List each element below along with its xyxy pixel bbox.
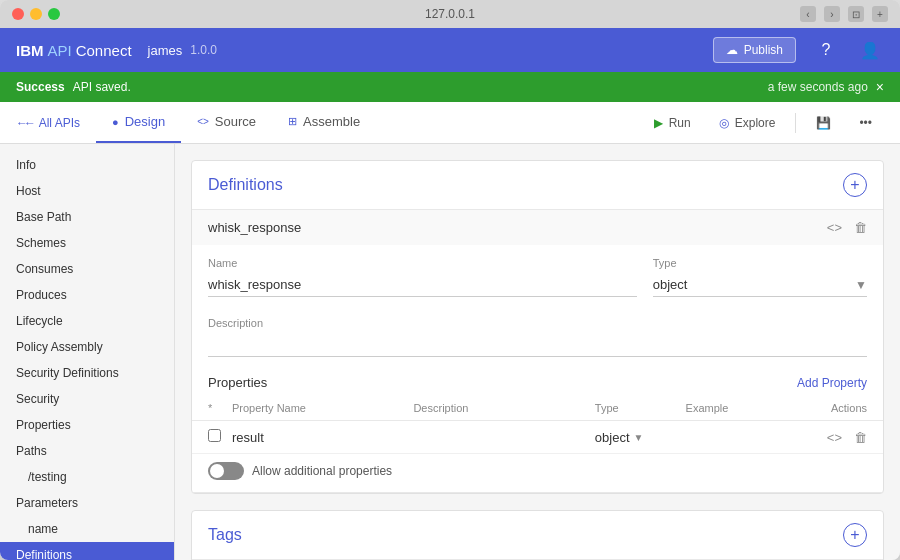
property-delete-button[interactable]: 🗑 <box>854 430 867 445</box>
sidebar-item-testing[interactable]: /testing <box>0 464 174 490</box>
tab-design[interactable]: ● Design <box>96 102 181 143</box>
brand-api: API <box>48 42 72 59</box>
col-actions-header: Actions <box>776 402 867 414</box>
save-icon: 💾 <box>816 116 831 130</box>
run-button[interactable]: ▶ Run <box>642 111 703 135</box>
tab-source-label: Source <box>215 114 256 129</box>
source-brackets-icon: <> <box>197 116 209 127</box>
table-row: result object ▼ <> 🗑 <box>192 421 883 454</box>
definition-name: whisk_response <box>208 220 301 235</box>
toggle-label: Allow additional properties <box>252 464 392 478</box>
user-avatar[interactable]: 👤 <box>856 36 884 64</box>
sidebar-item-host[interactable]: Host <box>0 178 174 204</box>
sidebar-item-base-path[interactable]: Base Path <box>0 204 174 230</box>
nav-actions: ☁ Publish ? 👤 <box>713 36 884 64</box>
sidebar-item-definitions[interactable]: Definitions <box>0 542 174 560</box>
description-input[interactable] <box>208 333 867 357</box>
sidebar: Info Host Base Path Schemes Consumes Pro… <box>0 144 175 560</box>
sidebar-item-name[interactable]: name <box>0 516 174 542</box>
minimize-button[interactable] <box>30 8 42 20</box>
definition-item: whisk_response <> 🗑 Name Type <box>192 210 883 493</box>
add-property-button[interactable]: Add Property <box>797 376 867 390</box>
sidebar-item-paths[interactable]: Paths <box>0 438 174 464</box>
traffic-lights <box>12 8 60 20</box>
back-link-label: ← All APIs <box>24 116 80 130</box>
sidebar-item-security[interactable]: Security <box>0 386 174 412</box>
more-options-button[interactable]: ••• <box>847 111 884 135</box>
type-value: object <box>653 277 855 292</box>
sidebar-item-policy-assembly[interactable]: Policy Assembly <box>0 334 174 360</box>
tab-assemble-label: Assemble <box>303 114 360 129</box>
sidebar-item-consumes[interactable]: Consumes <box>0 256 174 282</box>
tab-source[interactable]: <> Source <box>181 102 272 143</box>
sidebar-item-security-definitions[interactable]: Security Definitions <box>0 360 174 386</box>
publish-label: Publish <box>744 43 783 57</box>
property-type-value: object <box>595 430 630 445</box>
col-type-header: Type <box>595 402 686 414</box>
tab-actions: ▶ Run ◎ Explore 💾 ••• <box>642 111 884 135</box>
main-area: Info Host Base Path Schemes Consumes Pro… <box>0 144 900 560</box>
all-apis-link[interactable]: ← ← All APIs <box>16 116 80 130</box>
window-title: 127.0.0.1 <box>425 7 475 21</box>
add-definition-button[interactable]: + <box>843 173 867 197</box>
window-toggle-btn[interactable]: ⊡ <box>848 6 864 22</box>
nav-bar: IBM API Connect james 1.0.0 ☁ Publish ? … <box>0 28 900 72</box>
properties-table: * Property Name Description Type Example… <box>192 396 883 492</box>
definition-code-button[interactable]: <> <box>827 220 842 235</box>
nav-forward-btn[interactable]: › <box>824 6 840 22</box>
chevron-down-icon: ▼ <box>855 278 867 292</box>
play-icon: ▶ <box>654 116 663 130</box>
toggle-row: Allow additional properties <box>192 454 883 492</box>
sidebar-item-info[interactable]: Info <box>0 152 174 178</box>
add-tag-button[interactable]: + <box>843 523 867 547</box>
brand-ibm: IBM <box>16 42 44 59</box>
tab-bar: ← ← All APIs ● Design <> Source ⊞ Assemb… <box>0 102 900 144</box>
definition-actions: <> 🗑 <box>827 220 867 235</box>
additional-properties-toggle[interactable] <box>208 462 244 480</box>
new-tab-btn[interactable]: + <box>872 6 888 22</box>
close-button[interactable] <box>12 8 24 20</box>
description-row: Description <box>192 309 883 365</box>
col-desc-header: Description <box>413 402 594 414</box>
definition-item-header: whisk_response <> 🗑 <box>192 210 883 245</box>
sidebar-item-parameters[interactable]: Parameters <box>0 490 174 516</box>
tab-assemble[interactable]: ⊞ Assemble <box>272 102 376 143</box>
status-timestamp: a few seconds ago <box>768 80 868 94</box>
type-label: Type <box>653 257 867 269</box>
save-button[interactable]: 💾 <box>804 111 843 135</box>
sidebar-item-lifecycle[interactable]: Lifecycle <box>0 308 174 334</box>
help-button[interactable]: ? <box>812 36 840 64</box>
type-field-group: Type object ▼ <box>653 257 867 297</box>
publish-button[interactable]: ☁ Publish <box>713 37 796 63</box>
compass-icon: ◎ <box>719 116 729 130</box>
required-checkbox[interactable] <box>208 429 232 445</box>
property-code-button[interactable]: <> <box>827 430 842 445</box>
title-bar: 127.0.0.1 ‹ › ⊡ + <box>0 0 900 28</box>
type-select[interactable]: object ▼ <box>653 273 867 297</box>
status-close-button[interactable]: × <box>876 79 884 95</box>
brand: IBM API Connect <box>16 42 132 59</box>
assemble-grid-icon: ⊞ <box>288 115 297 128</box>
maximize-button[interactable] <box>48 8 60 20</box>
explore-button[interactable]: ◎ Explore <box>707 111 788 135</box>
name-field-group: Name <box>208 257 637 297</box>
more-icon: ••• <box>859 116 872 130</box>
nav-back-btn[interactable]: ‹ <box>800 6 816 22</box>
status-message: API saved. <box>73 80 131 94</box>
sidebar-item-properties[interactable]: Properties <box>0 412 174 438</box>
name-input[interactable] <box>208 273 637 297</box>
definitions-header: Definitions + <box>192 161 883 210</box>
desc-label: Description <box>208 317 867 329</box>
tab-design-label: Design <box>125 114 165 129</box>
design-dot-icon: ● <box>112 116 119 128</box>
sidebar-item-schemes[interactable]: Schemes <box>0 230 174 256</box>
property-type[interactable]: object ▼ <box>595 430 686 445</box>
toggle-knob <box>210 464 224 478</box>
tags-title: Tags <box>208 526 242 544</box>
name-label: Name <box>208 257 637 269</box>
definitions-card: Definitions + whisk_response <> 🗑 <box>191 160 884 494</box>
tab-divider <box>795 113 796 133</box>
sidebar-item-produces[interactable]: Produces <box>0 282 174 308</box>
definition-delete-button[interactable]: 🗑 <box>854 220 867 235</box>
brand-connect: Connect <box>76 42 132 59</box>
